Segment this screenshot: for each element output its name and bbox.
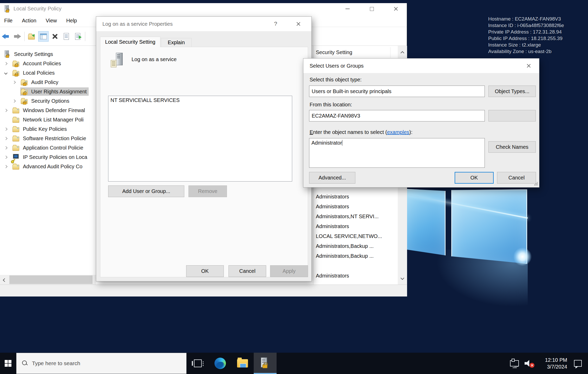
scroll-up-button[interactable]	[398, 46, 407, 59]
enter-names-label: Enter the object names to select (exampl…	[310, 129, 413, 135]
tree-item-label: Security Settings	[14, 51, 53, 57]
maximize-button[interactable]	[363, 3, 380, 15]
toolbar-properties-doc-button[interactable]	[61, 31, 72, 42]
tab-explain[interactable]: Explain	[161, 38, 192, 47]
chevron-right-icon[interactable]	[4, 127, 8, 131]
scroll-left-button[interactable]	[0, 275, 9, 285]
assigned-accounts-list[interactable]: NT SERVICE\ALL SERVICES	[108, 96, 292, 182]
menu-action[interactable]: Action	[22, 18, 36, 24]
toolbar-delete-button[interactable]	[49, 31, 61, 42]
advanced-button[interactable]: Advanced...	[309, 172, 355, 184]
horizontal-scrollbar[interactable]	[0, 275, 96, 285]
edge-icon	[214, 358, 226, 369]
policy-row[interactable]: Administrators,NT SERVI...	[316, 211, 379, 221]
dialog-title: Log on as a service Properties	[102, 21, 173, 27]
file-explorer-button[interactable]	[231, 353, 254, 374]
close-icon	[526, 63, 531, 68]
help-button[interactable]: ?	[270, 19, 281, 29]
monitor-key-icon	[12, 153, 20, 161]
label-text: nter the object names to select (	[313, 129, 387, 135]
taskbar-search[interactable]: Type here to search	[16, 353, 187, 374]
chevron-right-icon[interactable]	[4, 156, 8, 159]
start-button[interactable]	[0, 353, 16, 374]
dialog-close-button[interactable]	[523, 61, 534, 71]
instance-info-line: Hostname : EC2AMAZ-FAN98V3	[488, 16, 564, 22]
chevron-right-icon[interactable]	[4, 165, 8, 168]
policy-row[interactable]: LOCAL SERVICE,NETWO...	[316, 231, 382, 241]
chevron-right-icon[interactable]	[12, 99, 16, 103]
folder-icon	[12, 125, 20, 133]
add-user-or-group-button[interactable]: Add User or Group...	[108, 185, 184, 197]
minimize-button[interactable]	[339, 3, 356, 15]
local-security-policy-taskbar-button[interactable]	[254, 353, 277, 374]
scrollbar-thumb[interactable]	[9, 275, 93, 284]
edge-button[interactable]	[209, 353, 231, 374]
ok-button[interactable]: OK	[455, 172, 494, 184]
list-item[interactable]: NT SERVICE\ALL SERVICES	[108, 96, 292, 103]
cancel-button[interactable]: Cancel	[228, 265, 266, 277]
column-header[interactable]: Security Setting	[313, 46, 398, 59]
cancel-button[interactable]: Cancel	[497, 172, 536, 184]
action-center-icon[interactable]	[574, 360, 582, 367]
folder-icon	[12, 135, 20, 142]
task-view-icon	[194, 359, 202, 367]
policy-row[interactable]: Administrators	[316, 202, 349, 211]
network-icon[interactable]	[510, 360, 519, 366]
tree-item-label: Local Policies	[23, 70, 55, 76]
secpol-icon	[259, 357, 271, 368]
location-field[interactable]: EC2AMAZ-FAN98V3	[309, 110, 485, 121]
dialog-titlebar[interactable]: Select Users or Groups	[303, 59, 539, 73]
object-names-value: Administrator	[309, 138, 342, 146]
policy-row[interactable]: Administrators,Backup ...	[316, 241, 374, 251]
policy-row[interactable]: Administrators,Backup ...	[316, 251, 374, 261]
tree-item-content: Security Options	[20, 97, 71, 105]
chevron-right-icon[interactable]	[4, 146, 8, 150]
chevron-right-icon[interactable]	[4, 109, 8, 112]
chevron-right-icon[interactable]	[12, 81, 16, 84]
object-names-input[interactable]: Administrator	[309, 138, 485, 168]
minimize-icon	[345, 9, 350, 9]
toolbar-back-button[interactable]	[0, 31, 11, 42]
menu-help[interactable]: Help	[66, 18, 77, 24]
check-names-button[interactable]: Check Names	[488, 141, 536, 153]
window-titlebar[interactable]: Local Security Policy	[0, 3, 407, 15]
object-types-button[interactable]: Object Types...	[488, 86, 536, 97]
chevron-down-icon	[401, 276, 404, 280]
properties-doc-icon	[64, 33, 69, 40]
chevron-right-icon[interactable]	[4, 62, 8, 65]
lock-icon	[6, 10, 9, 12]
tree-item-label: Audit Policy	[31, 79, 58, 85]
toolbar-export-folder-button[interactable]	[26, 31, 38, 42]
lock-icon	[6, 55, 9, 58]
policy-row[interactable]: Administrators	[316, 221, 349, 231]
tab-strip: Local Security Setting Explain	[100, 37, 192, 47]
column-separator[interactable]	[390, 47, 390, 58]
toolbar-forward-button[interactable]	[11, 31, 23, 42]
locations-button[interactable]	[488, 110, 536, 121]
policy-row[interactable]: Administrators	[316, 271, 349, 281]
close-button[interactable]	[388, 3, 404, 15]
menu-file[interactable]: File	[4, 18, 12, 24]
tab-local-security-setting[interactable]: Local Security Setting	[100, 37, 160, 47]
chevron-right-icon[interactable]	[4, 137, 8, 140]
resize-grip[interactable]	[534, 182, 538, 186]
wallpaper-light-burst	[513, 248, 532, 266]
tree-item-content: Local Policies	[12, 69, 57, 77]
folder-icon	[12, 165, 19, 170]
export-list-icon	[75, 33, 80, 40]
menu-view[interactable]: View	[46, 18, 57, 24]
policy-row[interactable]: Administrators	[316, 192, 349, 202]
ok-button[interactable]: OK	[186, 265, 224, 277]
task-view-button[interactable]	[187, 353, 209, 374]
tree-item-content: User Rights Assignment	[20, 87, 89, 96]
object-type-field[interactable]: Users or Built-in security principals	[309, 86, 485, 97]
volume-muted-icon[interactable]	[525, 359, 533, 367]
examples-link[interactable]: examples	[387, 129, 409, 135]
dialog-title: Select Users or Groups	[310, 63, 364, 69]
chevron-down-icon[interactable]	[4, 71, 8, 75]
taskbar-clock[interactable]: 12:10 PM 3/7/2024	[538, 357, 567, 370]
dialog-close-button[interactable]	[293, 19, 304, 29]
scroll-down-button[interactable]	[398, 272, 407, 285]
toolbar-show-tree-button[interactable]	[38, 31, 49, 42]
toolbar-export-list-button[interactable]	[72, 31, 83, 42]
